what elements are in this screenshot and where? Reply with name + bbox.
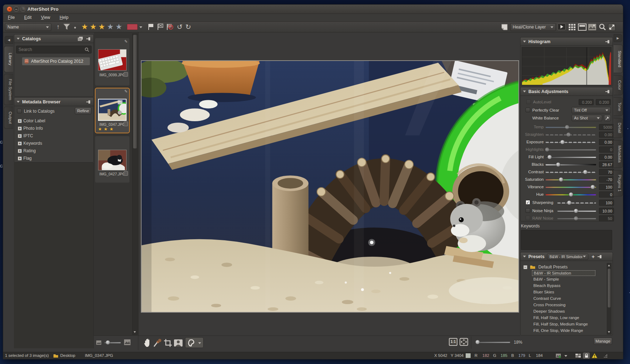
thumbnail-image[interactable] — [98, 99, 127, 121]
tree-item-flag[interactable]: Flag — [23, 156, 31, 161]
edit-settings-icon[interactable]: ✎ — [124, 89, 128, 94]
redeye-tool[interactable] — [174, 339, 183, 347]
blacks-value[interactable]: 28.67 — [599, 162, 614, 168]
menu-view[interactable]: View — [38, 14, 53, 21]
expand-plus-icon[interactable]: + — [18, 157, 22, 160]
collapse-arrow-icon[interactable] — [17, 101, 20, 103]
fullscreen-icon[interactable] — [608, 23, 616, 31]
tab-file-system[interactable]: File System — [4, 74, 13, 105]
temp-value[interactable]: 5000 — [599, 124, 614, 130]
edit-settings-icon[interactable]: ✎ — [124, 39, 128, 44]
saturation-knob[interactable] — [559, 177, 563, 182]
preset-item[interactable]: Contrast Curve — [532, 296, 595, 302]
pin-icon[interactable] — [605, 89, 610, 94]
menu-file[interactable]: File — [5, 14, 18, 21]
fill-light-knob[interactable] — [547, 155, 552, 159]
exposure-slider[interactable] — [546, 142, 596, 143]
pin-icon[interactable] — [86, 37, 91, 41]
tab-detail[interactable]: Detail — [614, 118, 623, 138]
preset-item[interactable]: Deeper Shadows — [532, 309, 595, 314]
vibrance-knob[interactable] — [590, 185, 595, 189]
preset-item[interactable]: Bluer Skies — [532, 289, 595, 295]
thumbnail-image[interactable] — [98, 150, 127, 170]
minimize-button[interactable]: – — [14, 6, 19, 12]
thumbnail-cell[interactable]: ✎ IMG_0099.JPG — [95, 38, 130, 86]
vibrance-slider[interactable] — [546, 186, 596, 188]
scrollbar-thumb[interactable] — [608, 268, 611, 308]
noise-ninja-knob[interactable] — [574, 209, 578, 213]
grid-view-icon[interactable] — [568, 24, 576, 31]
link-to-catalogs-checkbox[interactable] — [17, 109, 22, 113]
raw-noise-value[interactable]: 50 — [599, 215, 614, 221]
highlights-value[interactable]: 0 — [599, 147, 614, 153]
keywords-input[interactable] — [521, 230, 612, 250]
noise-ninja-value[interactable]: 10.00 — [599, 208, 614, 214]
collapse-arrow-icon[interactable] — [523, 91, 526, 92]
saturation-slider[interactable] — [546, 179, 596, 180]
blacks-slider[interactable] — [546, 164, 596, 165]
presets-folder-row[interactable]: − Default Presets — [523, 263, 568, 270]
metadata-browser-header[interactable]: Metadata Browser — [14, 98, 93, 106]
highlights-slider[interactable] — [546, 149, 596, 150]
star-icon[interactable]: ★ — [90, 23, 97, 31]
preset-item[interactable]: B&W - Simple — [532, 277, 595, 282]
tab-library[interactable]: Library — [4, 46, 13, 72]
add-preset-icon[interactable]: + — [591, 253, 595, 260]
perfectly-clear-checkbox[interactable] — [526, 108, 530, 112]
pin-icon[interactable] — [597, 255, 602, 259]
autolevel-checkbox[interactable] — [526, 99, 531, 104]
title-bar[interactable]: ✕ – ❐ AfterShot Pro — [3, 5, 623, 14]
dual-monitor-icon[interactable] — [575, 353, 581, 358]
preset-item[interactable]: Bleach Bypass — [532, 283, 595, 289]
thumbnail-cell[interactable]: IMG_0427.JPG — [95, 136, 130, 183]
resize-grip-icon[interactable] — [604, 354, 608, 358]
expand-plus-icon[interactable]: + — [18, 134, 22, 138]
straighten-knob[interactable] — [566, 132, 571, 137]
color-label-dropdown-icon[interactable] — [139, 26, 142, 28]
presets-header[interactable]: Presets B&W - IR Simulation + — [521, 252, 613, 261]
collapse-arrow-icon[interactable] — [523, 256, 526, 257]
perfectly-clear-select[interactable]: Tint Off — [572, 107, 611, 113]
catalogs-panel-header[interactable]: Catalogs — [14, 35, 93, 43]
sort-ascending-icon[interactable]: ↑ — [55, 22, 62, 31]
highlights-knob[interactable] — [545, 147, 549, 152]
chevron-down-icon[interactable] — [564, 355, 567, 357]
sharpening-value[interactable]: 100 — [599, 200, 614, 206]
rating-stars[interactable]: ★ ★ ★ — [98, 127, 114, 132]
sharpening-slider[interactable] — [557, 202, 596, 204]
search-input[interactable] — [19, 47, 84, 52]
autolevel-value-1[interactable]: 0.200 — [579, 99, 594, 105]
preset-item[interactable]: Cross Processing — [532, 302, 595, 308]
thumbnail-scrollbar[interactable] — [132, 34, 138, 335]
straighten-slider[interactable] — [546, 134, 596, 135]
thumbnail-image[interactable] — [98, 49, 127, 71]
small-thumbnails-icon[interactable] — [96, 340, 102, 345]
noise-ninja-checkbox[interactable] — [526, 208, 530, 213]
tree-item-keywords[interactable]: Keywords — [23, 141, 42, 146]
catalog-search-box[interactable] — [16, 46, 92, 53]
contrast-value[interactable]: 70 — [599, 169, 614, 175]
rating-none-dot-icon[interactable] — [74, 27, 76, 29]
temp-knob[interactable] — [565, 125, 569, 129]
tab-metadata[interactable]: Metadata — [614, 140, 623, 168]
tree-item-iptc[interactable]: IPTC — [23, 133, 33, 138]
star-icon[interactable]: ★ — [81, 23, 88, 31]
expand-plus-icon[interactable]: + — [18, 149, 22, 153]
preset-item[interactable]: Fill, Half Stop, Medium Range — [532, 322, 595, 327]
collapse-arrow-icon[interactable] — [523, 41, 526, 42]
wb-eyedropper-button[interactable] — [604, 115, 611, 121]
tab-standard[interactable]: Standard — [614, 45, 623, 73]
browse-view-icon[interactable] — [578, 24, 587, 31]
collapse-left-panel-button[interactable]: ◀ — [5, 36, 13, 44]
large-thumbnails-icon[interactable] — [124, 339, 131, 345]
layer-type-select[interactable]: Heal/Clone Layer — [510, 23, 556, 31]
expand-plus-icon[interactable]: + — [18, 119, 22, 123]
expand-plus-icon[interactable]: + — [18, 142, 22, 145]
blacks-knob[interactable] — [556, 162, 560, 167]
color-label-swatch[interactable] — [127, 24, 138, 30]
stack-icon[interactable] — [78, 36, 83, 41]
collapse-minus-icon[interactable]: − — [523, 265, 527, 269]
flag-reject-icon[interactable] — [157, 23, 164, 30]
menu-help[interactable]: Help — [56, 14, 72, 21]
vibrance-value[interactable]: 100 — [599, 184, 614, 190]
